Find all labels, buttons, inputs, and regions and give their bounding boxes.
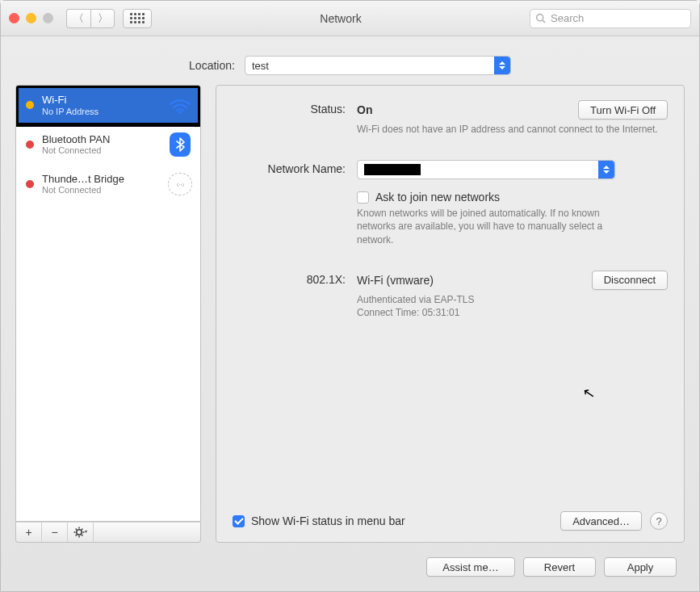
- network-name-select[interactable]: [357, 160, 615, 179]
- forward-button[interactable]: 〉: [90, 9, 115, 28]
- nav-back-forward: 〈 〉: [66, 9, 115, 28]
- sidebar-item-wifi[interactable]: Wi-Fi No IP Address: [16, 86, 200, 125]
- dot1x-profile: Wi-Fi (vmware): [357, 274, 434, 287]
- service-name: Thunde…t Bridge: [42, 173, 160, 186]
- minimize-window-icon[interactable]: [26, 13, 36, 23]
- turn-wifi-off-button[interactable]: Turn Wi-Fi Off: [578, 100, 668, 120]
- remove-service-button[interactable]: −: [42, 523, 68, 542]
- window-titlebar: 〈 〉 Network Search: [1, 1, 699, 36]
- apply-button[interactable]: Apply: [604, 557, 677, 577]
- sidebar-toolbar: + −: [15, 522, 201, 543]
- footer-buttons: Assist me… Revert Apply: [1, 552, 699, 591]
- dot1x-label: 802.1X:: [233, 271, 346, 286]
- status-hint: Wi-Fi does not have an IP address and ca…: [357, 123, 668, 136]
- service-status: No IP Address: [42, 107, 160, 117]
- svg-line-1: [543, 20, 545, 23]
- cursor-icon: ↖: [581, 384, 597, 403]
- search-field[interactable]: Search: [530, 9, 691, 28]
- status-dot-icon: [26, 141, 34, 149]
- ask-join-checkbox[interactable]: [357, 191, 369, 204]
- svg-line-10: [82, 529, 82, 530]
- network-name-value: [364, 164, 421, 175]
- dot1x-connect-time: Connect Time: 05:31:01: [357, 306, 668, 319]
- window-controls: [9, 13, 53, 23]
- gear-icon: [73, 527, 88, 538]
- svg-line-9: [82, 535, 82, 535]
- location-value: test: [252, 60, 269, 72]
- service-name: Wi-Fi: [42, 94, 160, 107]
- service-sidebar: Wi-Fi No IP Address Bluetooth PAN Not Co…: [15, 85, 201, 543]
- search-icon: [535, 13, 546, 23]
- status-dot-icon: [26, 101, 34, 109]
- sidebar-item-bluetooth-pan[interactable]: Bluetooth PAN Not Connected: [16, 125, 200, 165]
- wifi-icon: [168, 94, 192, 116]
- zoom-window-icon[interactable]: [43, 13, 53, 23]
- network-preferences-window: 〈 〉 Network Search Location: test: [0, 0, 700, 592]
- window-title: Network: [160, 12, 522, 25]
- service-actions-button[interactable]: [68, 523, 94, 542]
- help-button[interactable]: ?: [650, 512, 668, 530]
- advanced-button[interactable]: Advanced…: [560, 511, 642, 531]
- bluetooth-icon: [168, 133, 192, 156]
- show-status-label: Show Wi-Fi status in menu bar: [251, 514, 405, 527]
- grid-icon: [130, 13, 145, 23]
- ask-join-label: Ask to join new networks: [375, 191, 500, 204]
- status-label: Status:: [233, 100, 346, 115]
- svg-point-0: [537, 15, 543, 21]
- close-window-icon[interactable]: [9, 13, 19, 23]
- svg-line-8: [75, 529, 76, 530]
- disconnect-button[interactable]: Disconnect: [592, 271, 668, 290]
- location-select[interactable]: test: [245, 56, 511, 75]
- service-status: Not Connected: [42, 185, 160, 195]
- service-list: Wi-Fi No IP Address Bluetooth PAN Not Co…: [15, 85, 201, 522]
- svg-point-3: [76, 530, 81, 535]
- revert-button[interactable]: Revert: [523, 557, 596, 577]
- search-placeholder: Search: [551, 12, 584, 24]
- svg-point-2: [178, 111, 182, 115]
- show-all-prefs-button[interactable]: [123, 9, 152, 28]
- show-status-checkbox[interactable]: [233, 515, 245, 527]
- dot1x-auth: Authenticated via EAP-TLS: [357, 293, 668, 306]
- chevron-updown-icon: [598, 161, 614, 178]
- service-name: Bluetooth PAN: [42, 133, 160, 146]
- add-service-button[interactable]: +: [16, 523, 42, 542]
- assist-me-button[interactable]: Assist me…: [426, 557, 515, 577]
- detail-pane: Status: On Turn Wi-Fi Off Wi-Fi does not…: [216, 85, 685, 543]
- location-row: Location: test: [15, 56, 685, 75]
- ask-join-hint: Known networks will be joined automatica…: [357, 207, 615, 246]
- status-dot-icon: [26, 180, 34, 188]
- service-status: Not Connected: [42, 145, 160, 156]
- back-button[interactable]: 〈: [66, 9, 90, 28]
- status-value: On: [357, 103, 372, 116]
- thunderbolt-bridge-icon: ‹··›: [168, 173, 192, 195]
- location-label: Location:: [189, 59, 235, 72]
- svg-line-11: [75, 535, 76, 535]
- network-name-label: Network Name:: [233, 160, 346, 175]
- sidebar-item-thunderbolt-bridge[interactable]: Thunde…t Bridge Not Connected ‹··›: [16, 165, 200, 204]
- chevron-updown-icon: [494, 57, 510, 74]
